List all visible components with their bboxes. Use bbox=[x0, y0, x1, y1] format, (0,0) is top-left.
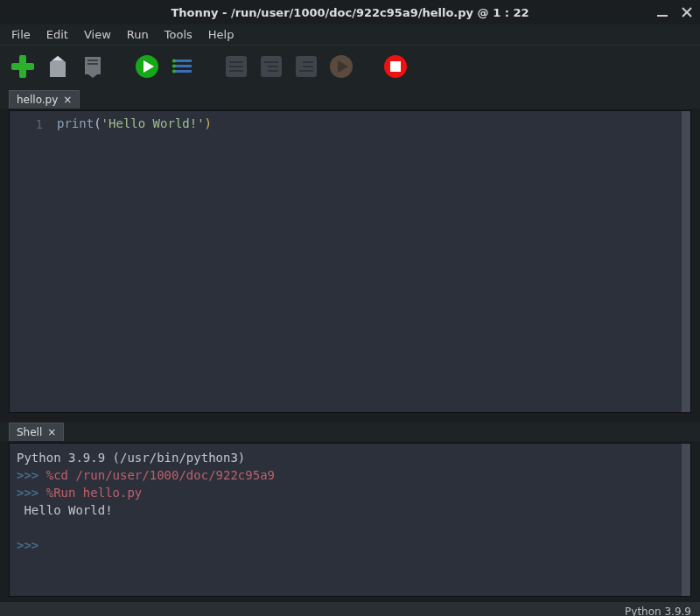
resume-icon bbox=[329, 54, 354, 79]
shell-prompt: >>> bbox=[17, 538, 46, 552]
editor-tab-label: hello.py bbox=[17, 94, 58, 106]
svg-rect-0 bbox=[657, 15, 668, 17]
svg-rect-23 bbox=[268, 66, 278, 67]
shell-tab-close[interactable]: × bbox=[47, 426, 56, 438]
shell-tab-label: Shell bbox=[17, 426, 42, 438]
svg-marker-4 bbox=[52, 56, 63, 60]
svg-rect-27 bbox=[303, 66, 313, 67]
svg-point-16 bbox=[172, 70, 176, 74]
step-into-button[interactable] bbox=[257, 52, 285, 80]
shell-banner: Python 3.9.9 (/usr/bin/python3) bbox=[17, 449, 683, 466]
token-lparen: ( bbox=[94, 116, 101, 130]
svg-marker-6 bbox=[88, 74, 97, 78]
svg-point-15 bbox=[172, 65, 176, 68]
step-out-icon bbox=[294, 54, 318, 79]
editor-tab-bar: hello.py × bbox=[0, 88, 700, 108]
plus-icon bbox=[11, 55, 34, 78]
shell-scrollbar[interactable] bbox=[682, 444, 690, 596]
play-icon bbox=[135, 54, 159, 79]
menu-file[interactable]: File bbox=[5, 26, 37, 43]
editor-tab[interactable]: hello.py × bbox=[9, 90, 80, 108]
shell-tab[interactable]: Shell × bbox=[9, 423, 64, 441]
stop-icon bbox=[383, 54, 408, 79]
shell-blank bbox=[17, 519, 683, 536]
menu-help[interactable]: Help bbox=[202, 26, 241, 43]
step-over-icon bbox=[224, 54, 248, 79]
save-button[interactable] bbox=[79, 52, 107, 80]
save-icon bbox=[82, 55, 103, 78]
status-bar: Python 3.9.9 bbox=[0, 602, 700, 616]
shell[interactable]: Python 3.9.9 (/usr/bin/python3) >>> %cd … bbox=[9, 443, 691, 597]
editor: 1 print('Hello World!') bbox=[9, 110, 691, 413]
new-file-button[interactable] bbox=[9, 52, 37, 80]
line-number-gutter: 1 bbox=[10, 111, 52, 412]
title-bar: Thonny - /run/user/1000/doc/922c95a9/hel… bbox=[0, 0, 700, 24]
menu-view[interactable]: View bbox=[78, 26, 117, 43]
svg-rect-24 bbox=[268, 70, 278, 72]
close-button[interactable] bbox=[679, 4, 695, 20]
stop-button[interactable] bbox=[382, 52, 410, 80]
shell-prompt: >>> bbox=[17, 468, 46, 482]
svg-rect-7 bbox=[88, 60, 98, 61]
debug-icon bbox=[170, 54, 194, 79]
run-button[interactable] bbox=[133, 52, 161, 80]
debug-button[interactable] bbox=[168, 52, 196, 80]
svg-rect-19 bbox=[229, 66, 243, 67]
window-title: Thonny - /run/user/1000/doc/922c95a9/hel… bbox=[171, 6, 528, 19]
open-file-button[interactable] bbox=[44, 52, 72, 80]
toolbar bbox=[0, 46, 700, 88]
step-into-icon bbox=[259, 54, 284, 79]
shell-command: %Run hello.py bbox=[46, 486, 143, 500]
line-number: 1 bbox=[10, 116, 43, 132]
shell-command: %cd /run/user/1000/doc/922c95a9 bbox=[46, 468, 275, 482]
resume-button[interactable] bbox=[327, 52, 355, 80]
svg-point-14 bbox=[172, 60, 176, 63]
svg-rect-28 bbox=[299, 70, 313, 72]
svg-rect-32 bbox=[390, 61, 401, 72]
menu-tools[interactable]: Tools bbox=[158, 26, 199, 43]
menu-run[interactable]: Run bbox=[121, 26, 155, 43]
menu-edit[interactable]: Edit bbox=[40, 26, 74, 43]
open-icon bbox=[47, 55, 68, 78]
svg-rect-22 bbox=[264, 61, 278, 63]
svg-rect-18 bbox=[229, 61, 243, 63]
token-rparen: ) bbox=[205, 116, 212, 130]
shell-output: Hello World! bbox=[17, 501, 683, 519]
step-over-button[interactable] bbox=[222, 52, 250, 80]
svg-rect-8 bbox=[88, 63, 98, 65]
shell-tab-bar: Shell × bbox=[0, 422, 700, 441]
editor-tab-close[interactable]: × bbox=[63, 94, 72, 106]
interpreter-status[interactable]: Python 3.9.9 bbox=[625, 606, 691, 616]
editor-scrollbar[interactable] bbox=[682, 111, 690, 412]
svg-rect-26 bbox=[303, 61, 313, 63]
code-area[interactable]: print('Hello World!') bbox=[52, 111, 690, 412]
svg-rect-20 bbox=[229, 70, 243, 72]
token-string: 'Hello World!' bbox=[102, 116, 205, 130]
token-function: print bbox=[57, 116, 94, 130]
menu-bar: File Edit View Run Tools Help bbox=[0, 24, 700, 46]
step-out-button[interactable] bbox=[292, 52, 320, 80]
shell-prompt: >>> bbox=[17, 486, 46, 500]
minimize-button[interactable] bbox=[654, 4, 670, 20]
